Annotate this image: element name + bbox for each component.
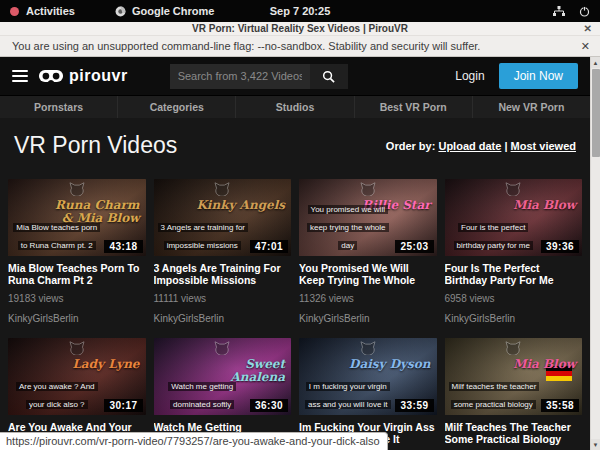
join-now-button[interactable]: Join Now <box>499 63 578 89</box>
duration-badge: 47:01 <box>250 240 288 253</box>
order-most-viewed-link[interactable]: Most viewed <box>511 140 576 152</box>
site-header: pirouvr Login Join Now <box>0 57 590 95</box>
video-card: Billie Star You promised we will keep tr… <box>299 179 437 330</box>
activities-button[interactable]: Activities <box>26 5 75 17</box>
video-thumbnail[interactable]: Sweet Analena Watch me getting dominated… <box>154 338 292 415</box>
studio-link[interactable]: KinkyGirlsBerlin <box>154 313 292 324</box>
nav-item-studios[interactable]: Studios <box>236 96 354 118</box>
thumbnail-caption: 3 Angels are training for impossible mis… <box>158 216 248 252</box>
tab-title: VR Porn: Virtual Reality Sex Videos | Pi… <box>192 23 408 34</box>
power-icon[interactable] <box>579 6 590 17</box>
scroll-down-icon[interactable]: ▼ <box>591 439 600 450</box>
order-upload-date-link[interactable]: Upload date <box>438 140 501 152</box>
video-card: Runa Charm & Mia Blow Mia Blow teaches p… <box>8 179 146 330</box>
video-thumbnail[interactable]: Mia Blow Four is the perfect birthday pa… <box>445 179 583 256</box>
view-count: 11326 views <box>299 293 437 304</box>
thumbnail-caption: Mia Blow teaches porn to Runa Charm pt. … <box>12 216 102 252</box>
video-thumbnail[interactable]: Billie Star You promised we will keep tr… <box>299 179 437 256</box>
system-top-bar: Activities Google Chrome Sep 7 20:25 <box>0 0 600 22</box>
active-app-indicator[interactable]: Google Chrome <box>115 5 215 17</box>
view-count: 11111 views <box>154 293 292 304</box>
thumbnail-caption: Are you awake ? And your dick also ? <box>12 375 102 411</box>
clock[interactable]: Sep 7 20:25 <box>270 5 331 17</box>
video-title[interactable]: Mia Blow Teaches Porn To Runa Charm Pt 2 <box>8 262 146 286</box>
site-nav: Pornstars Categories Studios Best VR Por… <box>0 95 590 118</box>
order-by: Order by: Upload date | Most viewed <box>386 140 576 152</box>
browser-viewport: pirouvr Login Join Now Pornstars Categor… <box>0 57 600 450</box>
duration-badge: 39:36 <box>541 240 579 253</box>
network-icon[interactable] <box>553 6 565 17</box>
search-icon <box>322 70 335 83</box>
thumbnail-caption: Milf teaches the teacher some practical … <box>449 375 539 411</box>
page-title: VR Porn Videos <box>14 132 177 159</box>
page-scrollbar[interactable]: ▲ ▼ <box>590 57 600 450</box>
order-separator: | <box>504 140 507 152</box>
video-title[interactable]: Four Is The Perfect Birthday Party For M… <box>445 262 583 286</box>
studio-watermark-icon <box>214 341 230 359</box>
order-by-label: Order by: <box>386 140 436 152</box>
thumbnail-caption: I m fucking your virgin ass and you will… <box>303 375 393 411</box>
video-title[interactable]: You Promised We Will Keep Trying The Who… <box>299 262 437 286</box>
duration-badge: 43:18 <box>104 240 142 253</box>
scrollbar-thumb[interactable] <box>592 69 600 157</box>
thumbnail-overlay-name: Mia Blow <box>513 358 576 371</box>
nav-item-pornstars[interactable]: Pornstars <box>0 96 118 118</box>
view-count: 6958 views <box>445 293 583 304</box>
duration-badge: 33:59 <box>395 399 433 412</box>
studio-link[interactable]: KinkyGirlsBerlin <box>8 313 146 324</box>
video-card: Mia Blow Milf teaches the teacher some p… <box>445 338 583 450</box>
chrome-icon <box>115 6 126 17</box>
login-link[interactable]: Login <box>455 69 484 83</box>
video-grid: Runa Charm & Mia Blow Mia Blow teaches p… <box>8 179 582 450</box>
duration-badge: 25:03 <box>395 240 433 253</box>
video-thumbnail[interactable]: Lady Lyne Are you awake ? And your dick … <box>8 338 146 415</box>
studio-link[interactable]: KinkyGirlsBerlin <box>299 313 437 324</box>
main-content: VR Porn Videos Order by: Upload date | M… <box>0 118 590 450</box>
duration-badge: 35:58 <box>541 399 579 412</box>
search-input[interactable] <box>170 64 310 89</box>
nav-item-new[interactable]: New VR Porn <box>473 96 590 118</box>
studio-link[interactable]: KinkyGirlsBerlin <box>445 313 583 324</box>
thumbnail-overlay-name: Lady Lyne <box>72 358 139 371</box>
thumbnail-caption: Four is the perfect birthday party for m… <box>449 216 539 252</box>
warning-close-icon[interactable]: ✕ <box>581 40 590 53</box>
nav-item-categories[interactable]: Categories <box>118 96 236 118</box>
thumbnail-overlay-name: Daisy Dyson <box>349 358 431 371</box>
search-button[interactable] <box>310 64 348 89</box>
thumbnail-caption: Watch me getting dominated softly <box>158 375 248 411</box>
vr-goggles-icon <box>38 69 64 84</box>
logo-text: pirouvr <box>69 67 128 85</box>
video-thumbnail[interactable]: Daisy Dyson I m fucking your virgin ass … <box>299 338 437 415</box>
video-title[interactable]: Milf Teaches The Teacher Some Practical … <box>445 421 583 445</box>
nav-item-best[interactable]: Best VR Porn <box>355 96 473 118</box>
sandbox-warning-bar: You are using an unsupported command-lin… <box>0 36 600 57</box>
status-url-tooltip: https://pirouvr.com/vr-porn-video/779325… <box>0 432 388 450</box>
warning-text: You are using an unsupported command-lin… <box>12 40 480 52</box>
thumbnail-overlay-name: Mia Blow <box>513 199 576 212</box>
search-bar <box>170 64 348 89</box>
thumbnail-overlay-name: Kinky Angels <box>196 199 285 212</box>
video-thumbnail[interactable]: Mia Blow Milf teaches the teacher some p… <box>445 338 583 415</box>
browser-title-bar: VR Porn: Virtual Reality Sex Videos | Pi… <box>0 22 600 36</box>
duration-badge: 36:30 <box>250 399 288 412</box>
duration-badge: 30:17 <box>104 399 142 412</box>
view-count: 19183 views <box>8 293 146 304</box>
notification-dot-icon <box>10 7 19 16</box>
video-thumbnail[interactable]: Kinky Angels 3 Angels are training for i… <box>154 179 292 256</box>
video-title[interactable]: 3 Angels Are Training For Impossible Mis… <box>154 262 292 286</box>
menu-icon[interactable] <box>12 70 28 82</box>
thumbnail-caption: You promised we will keep trying the who… <box>303 198 393 252</box>
video-card: Kinky Angels 3 Angels are training for i… <box>154 179 292 330</box>
window-close-icon[interactable]: ✕ <box>584 23 592 34</box>
video-card: Mia Blow Four is the perfect birthday pa… <box>445 179 583 330</box>
video-thumbnail[interactable]: Runa Charm & Mia Blow Mia Blow teaches p… <box>8 179 146 256</box>
scroll-up-icon[interactable]: ▲ <box>591 57 600 68</box>
site-logo[interactable]: pirouvr <box>38 67 128 85</box>
